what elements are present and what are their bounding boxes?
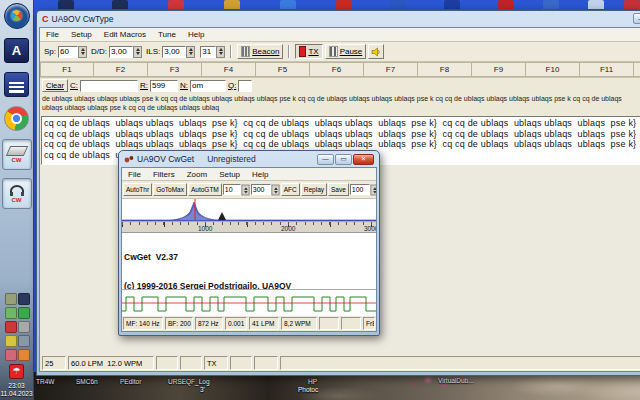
replay-button[interactable]: Replay [301,183,327,196]
start-button[interactable] [4,3,30,29]
desktop-icon-label[interactable]: Photoc [298,386,318,393]
save-button[interactable]: Save [328,183,349,196]
cwtype-menu-edit-macros[interactable]: Edit Macros [98,30,152,39]
desktop-icon-top[interactable] [336,0,352,9]
weight-input[interactable] [200,46,216,58]
callsign-field[interactable] [80,80,138,92]
qth-field[interactable] [238,80,252,92]
cwget-menu-filters[interactable]: Filters [147,170,181,179]
desktop-icon-top[interactable] [280,0,296,9]
rst-field[interactable] [150,80,178,92]
autogtm-button[interactable]: AutoGTM [188,183,222,196]
chrome-icon[interactable] [4,106,29,131]
fkey-button-f10[interactable]: F10 [526,62,580,77]
cwget-spinbox-1[interactable] [223,184,241,195]
desktop-icon-label[interactable]: 3' [200,386,205,393]
desktop-icon-label[interactable]: VirtualDub... [438,377,474,384]
desktop-icon-label[interactable]: URSEQF_Log [168,378,210,385]
antivirus-tray-icon[interactable]: ☂ [9,364,24,379]
fkey-button-f12[interactable]: F12 [634,62,640,77]
fkey-button-f9[interactable]: F9 [472,62,526,77]
letter-spacing-input[interactable] [162,46,186,58]
speed-spinner[interactable] [78,46,87,58]
name-label: N: [180,81,188,90]
desktop-icon-top[interactable] [498,0,514,9]
beacon-button[interactable]: Beacon [237,44,283,59]
fkey-button-f6[interactable]: F6 [310,62,364,77]
cwtype-menu-tune[interactable]: Tune [152,30,182,39]
cwget-menu-file[interactable]: File [122,170,147,179]
taskbar-cwget-button[interactable]: CW [2,178,32,209]
tray-icon[interactable] [18,307,30,319]
fkey-button-f5[interactable]: F5 [256,62,310,77]
pause-button[interactable]: Pause [325,44,367,59]
cwget-titlebar[interactable]: UA9OV CwGet Unregistered — ▭ ✕ [121,151,377,167]
tray-icon[interactable] [5,349,17,361]
desktop-icon-top[interactable] [168,0,184,9]
fkey-button-f1[interactable]: F1 [40,62,94,77]
desktop-icon-top[interactable] [390,0,406,9]
speed-input[interactable] [58,46,78,58]
tray-icon[interactable] [18,335,30,347]
cwget-spinner-1[interactable] [241,184,249,195]
fkey-button-f3[interactable]: F3 [148,62,202,77]
desktop-icon-top[interactable] [58,0,74,9]
taskbar-save-app-icon[interactable] [4,72,29,97]
cwtype-minimize-button[interactable]: — [633,13,640,24]
taskbar-app-a-icon[interactable]: A [4,38,29,63]
dash-dot-input[interactable] [109,46,133,58]
cwtype-menu-setup[interactable]: Setup [65,30,98,39]
sound-button[interactable] [368,44,384,59]
weight-spinner[interactable] [216,46,225,58]
taskbar-cwtype-button[interactable]: CW [2,139,32,170]
cwget-menu-help[interactable]: Help [246,170,274,179]
fkey-button-f8[interactable]: F8 [418,62,472,77]
desktop-icon-label[interactable]: HP [308,378,317,385]
dash-dot-spinner[interactable] [133,46,142,58]
tx-button[interactable]: TX [295,44,322,59]
desktop-icon-top[interactable] [224,0,240,9]
cwget-menu-setup[interactable]: Setup [213,170,246,179]
desktop-icon-top[interactable] [543,0,559,9]
desktop-icon-top[interactable] [624,0,640,9]
frequency-scale[interactable]: 1000 2000 3000 [122,222,376,233]
cwget-spinbox-2[interactable] [251,184,271,195]
tray-icon[interactable] [5,321,17,333]
tray-icon[interactable] [5,293,17,305]
cwget-spinbox-3[interactable] [350,184,370,195]
desktop-icon-top[interactable] [112,0,128,9]
signal-level-display[interactable] [122,289,376,316]
afc-button[interactable]: AFC [281,183,300,196]
tray-icon[interactable] [5,307,17,319]
status-cell [341,317,361,330]
cwget-minimize-button[interactable]: — [317,154,334,165]
desktop-icon-label[interactable]: PEditor [120,378,141,385]
cwget-close-button[interactable]: ✕ [353,154,374,165]
decoded-text-area[interactable]: CwGet V2.37 (c) 1999-2016 Sergei Podstri… [122,233,376,289]
fkey-button-f2[interactable]: F2 [94,62,148,77]
desktop-icon-top[interactable] [444,0,460,9]
letter-spacing-spinner[interactable] [186,46,195,58]
clear-button[interactable]: Clear [42,79,68,92]
cwget-spinner-2[interactable] [271,184,279,195]
tray-icon[interactable] [18,293,30,305]
tray-icon[interactable] [18,349,30,361]
cwtype-menu-help[interactable]: Help [182,30,210,39]
fkey-button-f4[interactable]: F4 [202,62,256,77]
gotomax-button[interactable]: GoToMax [153,183,187,196]
fkey-button-f7[interactable]: F7 [364,62,418,77]
desktop-icon-label[interactable]: TR4W [36,378,54,385]
fkey-button-f11[interactable]: F11 [580,62,634,77]
cwtype-menu-file[interactable]: File [40,30,65,39]
desktop-icon-label[interactable]: SMC6n [76,378,98,385]
cwtype-titlebar[interactable]: C UA9OV CwType — [39,11,640,27]
name-field[interactable] [190,80,226,92]
cwget-spinner-3[interactable] [370,184,376,195]
spectrum-display[interactable] [122,199,376,222]
desktop-icon-top[interactable] [588,0,604,9]
tray-icon[interactable] [18,321,30,333]
tray-icon[interactable] [5,335,17,347]
autothr-button[interactable]: AutoThr [123,183,152,196]
cwget-menu-zoom[interactable]: Zoom [181,170,213,179]
cwget-maximize-button[interactable]: ▭ [335,154,352,165]
